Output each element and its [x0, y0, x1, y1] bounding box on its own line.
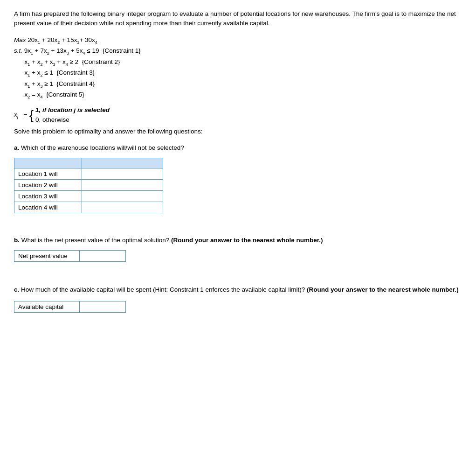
npv-label: Net present value	[14, 250, 80, 261]
case-2: 0, otherwise	[35, 115, 110, 125]
location-4-label: Location 4 will	[14, 202, 82, 213]
location-3-label: Location 3 will	[14, 190, 82, 202]
npv-input[interactable]	[83, 252, 122, 259]
xj-definition: xj = { 1, if location j is selected 0, o…	[14, 105, 462, 125]
question-b-text: b. What is the net present value of the …	[14, 237, 462, 244]
constraint-header: s.t. 9x1 + 7x2 + 13x3 + 5x4 ≤ 19 {Constr…	[14, 46, 462, 57]
intro-text: A firm has prepared the following binary…	[14, 9, 462, 28]
location-table-container: Location 1 will Location 2 will Location…	[14, 158, 163, 213]
location-4-input[interactable]	[86, 204, 159, 211]
location-4-input-cell[interactable]	[82, 202, 163, 213]
location-2-input[interactable]	[86, 182, 159, 189]
math-block: Max 20x1 + 20x2 + 15x3+ 30x4 s.t. 9x1 + …	[14, 35, 462, 101]
table-header-col2	[82, 158, 163, 168]
constraint-3: x1 + x2 ≤ 1 {Constraint 3}	[14, 68, 462, 79]
table-row: Location 2 will	[14, 179, 163, 190]
npv-table: Net present value	[14, 250, 126, 262]
location-2-input-cell[interactable]	[82, 179, 163, 190]
table-row: Location 3 will	[14, 190, 163, 202]
location-table: Location 1 will Location 2 will Location…	[14, 158, 163, 213]
question-b-section: b. What is the net present value of the …	[14, 237, 462, 262]
location-1-input[interactable]	[86, 170, 159, 177]
npv-row: Net present value	[14, 250, 126, 261]
constraint-5: x2 = x4 {Constraint 5}	[14, 90, 462, 101]
capital-label: Available capital	[14, 301, 80, 312]
question-a-label: a. Which of the warehouse locations will…	[14, 144, 462, 151]
capital-input-cell[interactable]	[79, 301, 125, 312]
constraint-4: x1 + x3 ≥ 1 {Constraint 4}	[14, 79, 462, 90]
location-1-input-cell[interactable]	[82, 168, 163, 179]
location-2-label: Location 2 will	[14, 179, 82, 190]
table-row: Location 4 will	[14, 202, 163, 213]
question-a-section: a. Which of the warehouse locations will…	[14, 144, 462, 213]
xj-var: xj	[14, 111, 18, 119]
solve-text: Solve this problem to optimality and ans…	[14, 128, 462, 135]
question-c-text: c. How much of the available capital wil…	[14, 285, 462, 294]
npv-input-cell[interactable]	[79, 250, 125, 261]
case-1: 1, if location j is selected	[35, 105, 110, 115]
question-c-section: c. How much of the available capital wil…	[14, 285, 462, 313]
location-1-label: Location 1 will	[14, 168, 82, 179]
constraint-2: x1 + x2 + x3 + x4 ≥ 2 {Constraint 2}	[14, 57, 462, 68]
table-header-col1	[14, 158, 82, 168]
capital-input[interactable]	[83, 303, 122, 310]
objective-function: Max 20x1 + 20x2 + 15x3+ 30x4	[14, 35, 462, 46]
capital-table: Available capital	[14, 301, 126, 313]
location-3-input-cell[interactable]	[82, 190, 163, 202]
location-3-input[interactable]	[86, 193, 159, 200]
table-row: Location 1 will	[14, 168, 163, 179]
capital-row: Available capital	[14, 301, 126, 312]
